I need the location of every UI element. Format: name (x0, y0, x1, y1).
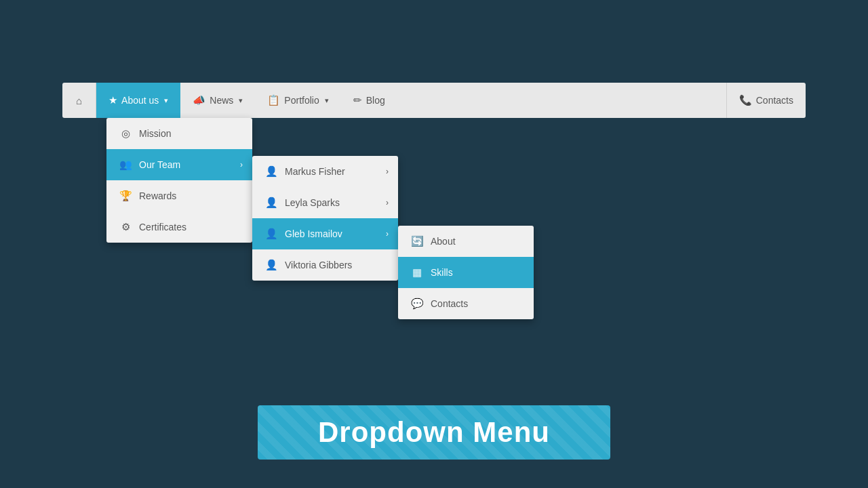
blog-icon: ✏ (353, 94, 362, 106)
portfolio-icon: 📋 (267, 94, 280, 106)
dropdown-gleb-label: Gleb Ismailov (285, 228, 342, 239)
team-icon: 👥 (119, 159, 132, 171)
nav-portfolio-button[interactable]: 📋 Portfolio ▾ (255, 83, 340, 118)
dropdown-viktoria-label: Viktoria Gibbers (285, 260, 352, 270)
nav-about-label: About us (121, 95, 159, 106)
person-icon: 👤 (264, 197, 278, 209)
person-icon: 👤 (264, 228, 278, 240)
nav-contacts-button[interactable]: 📞 Contacts (726, 83, 806, 118)
chevron-right-icon: › (386, 198, 389, 207)
dropdown-item-contacts-person[interactable]: 💬 Contacts (398, 288, 534, 319)
dropdown-person: 🔄 About ▦ Skills 💬 Contacts (398, 226, 534, 319)
dropdown-item-gleb[interactable]: 👤 Gleb Ismailov › (252, 218, 398, 249)
chevron-down-icon: ▾ (164, 96, 168, 105)
dropdown-leyla-label: Leyla Sparks (285, 197, 340, 208)
nav-contacts-label: Contacts (756, 95, 793, 106)
dropdown-item-mission[interactable]: ◎ Mission (106, 118, 252, 149)
mission-icon: ◎ (119, 127, 132, 140)
phone-icon: 📞 (739, 94, 752, 106)
dropdown-team: 👤 Markus Fisher › 👤 Leyla Sparks › 👤 Gle… (252, 156, 398, 281)
nav-blog-button[interactable]: ✏ Blog (341, 83, 397, 118)
dropdown-markus-label: Markus Fisher (285, 166, 345, 177)
dropdown-item-viktoria[interactable]: 👤 Viktoria Gibbers (252, 249, 398, 281)
chevron-right-icon: › (240, 160, 243, 169)
nav-news-button[interactable]: 📣 News ▾ (180, 83, 255, 118)
skills-icon: ▦ (410, 266, 424, 279)
chevron-down-icon: ▾ (325, 96, 329, 105)
about-icon: 🔄 (410, 235, 424, 247)
chevron-right-icon: › (386, 229, 389, 239)
person-icon: 👤 (264, 259, 278, 271)
dropdown-rewards-label: Rewards (139, 190, 176, 201)
dropdown-item-rewards[interactable]: 🏆 Rewards (106, 180, 252, 211)
nav-about-button[interactable]: ★ About us ▾ (96, 83, 180, 118)
banner-text: Dropdown Menu (318, 416, 550, 449)
news-icon: 📣 (193, 94, 205, 106)
navbar: ⌂ ★ About us ▾ 📣 News ▾ 📋 Portfolio ▾ ✏ … (62, 83, 806, 118)
dropdown-skills-label: Skills (431, 267, 453, 278)
dropdown-contacts-person-label: Contacts (431, 298, 468, 309)
dropdown-item-about-person[interactable]: 🔄 About (398, 226, 534, 257)
dropdown-item-ourteam[interactable]: 👥 Our Team › (106, 149, 252, 180)
dropdown-item-certificates[interactable]: ⚙ Certificates (106, 211, 252, 243)
person-icon: 👤 (264, 165, 278, 178)
dropdown-about-person-label: About (431, 236, 456, 247)
dropdown-ourteam-label: Our Team (139, 159, 180, 170)
dropdown-certificates-label: Certificates (139, 222, 186, 232)
nav-blog-label: Blog (366, 95, 385, 106)
nav-portfolio-label: Portfolio (284, 95, 319, 106)
dropdown-item-markus[interactable]: 👤 Markus Fisher › (252, 156, 398, 187)
star-icon: ★ (108, 94, 117, 106)
certificates-icon: ⚙ (119, 221, 132, 233)
dropdown-mission-label: Mission (139, 128, 171, 139)
dropdown-about: ◎ Mission 👥 Our Team › 🏆 Rewards ⚙ Certi… (106, 118, 252, 243)
home-icon: ⌂ (76, 95, 82, 106)
nav-home-button[interactable]: ⌂ (62, 83, 96, 118)
bottom-banner: Dropdown Menu (258, 405, 610, 460)
nav-news-label: News (210, 95, 233, 106)
contacts-icon: 💬 (410, 298, 424, 310)
dropdown-item-skills[interactable]: ▦ Skills (398, 257, 534, 288)
chevron-down-icon: ▾ (239, 96, 243, 105)
dropdown-item-leyla[interactable]: 👤 Leyla Sparks › (252, 187, 398, 218)
rewards-icon: 🏆 (119, 190, 132, 202)
chevron-right-icon: › (386, 167, 389, 176)
